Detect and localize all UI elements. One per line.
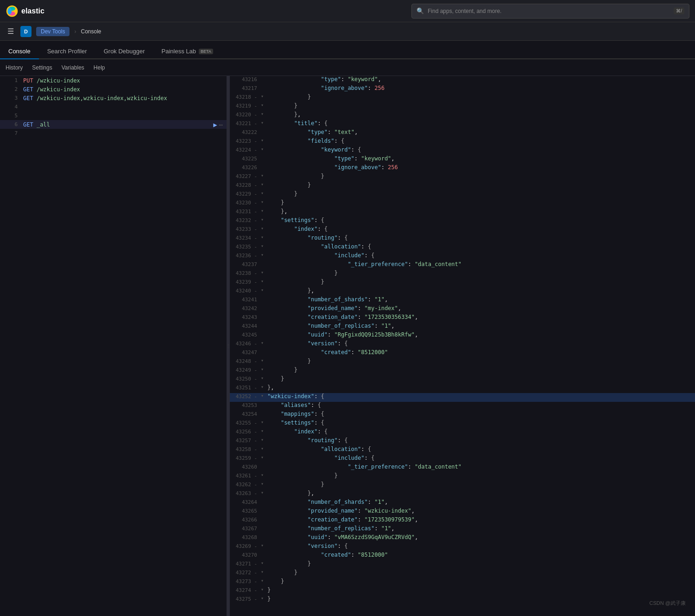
output-line: 43264 "number_of_shards": "1",	[230, 499, 695, 508]
output-line-content: }	[267, 182, 693, 188]
output-line-number: 43245	[232, 331, 257, 338]
method-get-3: GET	[23, 95, 33, 102]
fold-indicator: ▾	[261, 146, 267, 152]
output-line-content: }	[267, 102, 693, 109]
output-line: 43270 "created": "8512000"	[230, 552, 695, 560]
output-line-number: 43239 -	[232, 279, 257, 285]
output-line-content: },	[267, 384, 693, 391]
output-line-number: 43252 -	[232, 393, 257, 400]
kebab-menu-6[interactable]: ⋯	[219, 121, 223, 128]
output-line-content: },	[267, 111, 693, 118]
line-number-3: 3	[4, 95, 18, 101]
output-line-content: }	[267, 472, 693, 479]
output-line: 43249 -▾ }	[230, 367, 695, 375]
output-line-content: "aliases": {	[267, 402, 693, 408]
devtools-breadcrumb[interactable]: Dev Tools	[36, 27, 70, 36]
output-line-number: 43273 -	[232, 578, 257, 584]
svg-point-3	[7, 8, 12, 14]
output-line: 43260 "_tier_preference": "data_content"	[230, 464, 695, 472]
code-editor[interactable]: 1 PUT /wzkicu-index 2 GET /wzkicu-index …	[0, 76, 227, 616]
output-line-content: "number_of_replicas": "1",	[267, 525, 693, 532]
output-line-content: "settings": {	[267, 419, 693, 426]
url-1: /wzkicu-index	[37, 77, 80, 84]
output-line-number: 43236 -	[232, 252, 257, 259]
tab-console[interactable]: Console	[0, 44, 39, 59]
settings-button[interactable]: Settings	[32, 64, 52, 71]
output-line-number: 43247	[232, 349, 257, 356]
tab-grok-debugger[interactable]: Grok Debugger	[95, 44, 153, 59]
tab-painless-lab[interactable]: Painless Lab BETA	[153, 44, 221, 59]
output-line: 43252 -▾"wzkicu-index": {	[230, 393, 695, 402]
url-6: _all	[37, 121, 50, 128]
output-line-content: "_tier_preference": "data_content"	[267, 261, 693, 267]
output-line-number: 43221 -	[232, 120, 257, 127]
fold-indicator: ▾	[261, 199, 267, 204]
fold-indicator: ▾	[261, 560, 267, 565]
output-line-number: 43255 -	[232, 419, 257, 426]
breadcrumb-separator: ›	[74, 28, 76, 35]
output-line: 43229 -▾ }	[230, 191, 695, 199]
editor-line-5: 5	[0, 111, 227, 120]
output-line: 43275 -▾}	[230, 596, 695, 604]
output-line: 43267 "number_of_replicas": "1",	[230, 525, 695, 534]
output-line-number: 43227 -	[232, 173, 257, 179]
output-line-content: "keyword": {	[267, 146, 693, 153]
output-line-number: 43246 -	[232, 340, 257, 347]
output-line-number: 43232 -	[232, 217, 257, 223]
output-line: 43273 -▾ }	[230, 578, 695, 587]
fold-indicator: ▾	[261, 578, 267, 583]
output-line-number: 43230 -	[232, 199, 257, 206]
history-button[interactable]: History	[6, 64, 23, 71]
output-line-content: "mappings": {	[267, 411, 693, 417]
fold-indicator: ▾	[261, 437, 267, 442]
line-actions-6: ▶ ⋯	[213, 121, 223, 128]
run-button-6[interactable]: ▶	[213, 121, 217, 128]
output-line-number: 43270	[232, 552, 257, 558]
output-line: 43265 "provided_name": "wzkicu-index",	[230, 508, 695, 516]
output-line: 43240 -▾ },	[230, 287, 695, 296]
output-line-number: 43260	[232, 464, 257, 470]
output-line-number: 43240 -	[232, 287, 257, 294]
output-line-content: }	[267, 279, 693, 285]
editor-line-6: 6 GET _all ▶ ⋯	[0, 120, 227, 129]
variables-button[interactable]: Variables	[62, 64, 84, 71]
output-line: 43223 -▾ "fields": {	[230, 138, 695, 146]
fold-indicator: ▾	[261, 94, 267, 99]
output-line-content: }	[267, 569, 693, 576]
search-placeholder: Find apps, content, and more.	[428, 8, 501, 14]
output-line-number: 43231 -	[232, 208, 257, 215]
output-line-content: "number_of_shards": "1",	[267, 296, 693, 303]
output-line: 43224 -▾ "keyword": {	[230, 146, 695, 155]
fold-indicator: ▾	[261, 587, 267, 592]
output-line-content: "include": {	[267, 252, 693, 259]
tab-grok-debugger-label: Grok Debugger	[104, 48, 145, 55]
output-line-content: "fields": {	[267, 138, 693, 144]
output-line-content: }	[267, 199, 693, 206]
elastic-logo[interactable]: elastic	[6, 5, 44, 18]
output-line-number: 43226	[232, 164, 257, 171]
output-line-content: "version": {	[267, 543, 693, 549]
line-number-6: 6	[4, 121, 18, 127]
hamburger-menu-button[interactable]: ☰	[6, 25, 16, 38]
output-line-number: 43219 -	[232, 102, 257, 109]
output-line: 43222 "type": "text",	[230, 129, 695, 138]
output-line-number: 43253	[232, 402, 257, 408]
output-line-number: 43275 -	[232, 596, 257, 602]
output-line-number: 43269 -	[232, 543, 257, 549]
output-line: 43262 -▾ }	[230, 481, 695, 490]
global-search-bar[interactable]: 🔍 Find apps, content, and more. ⌘/	[411, 4, 689, 19]
output-line-number: 43263 -	[232, 490, 257, 496]
output-line: 43227 -▾ }	[230, 173, 695, 182]
line-number-4: 4	[4, 104, 18, 110]
line-number-7: 7	[4, 130, 18, 136]
tab-search-profiler[interactable]: Search Profiler	[39, 44, 95, 59]
sub-toolbar: History Settings Variables Help	[0, 59, 695, 76]
output-line: 43244 "number_of_replicas": "1",	[230, 323, 695, 331]
output-panel[interactable]: 43216 "type": "keyword",43217 "ignore_ab…	[230, 76, 695, 616]
output-line-content: "provided_name": "wzkicu-index",	[267, 508, 693, 514]
user-avatar-button[interactable]: D	[20, 26, 32, 37]
output-line-content: "title": {	[267, 120, 693, 127]
help-button[interactable]: Help	[94, 64, 105, 71]
output-line: 43268 "uuid": "vMA6SzzdS9GqAV9uCZRVdQ",	[230, 534, 695, 543]
tab-search-profiler-label: Search Profiler	[47, 48, 87, 55]
